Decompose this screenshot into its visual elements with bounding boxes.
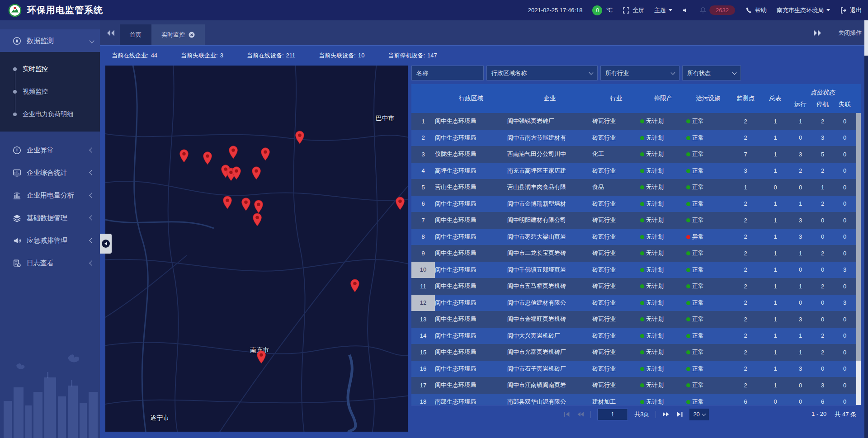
region-select[interactable]: 行政区域名称 [486,66,598,80]
prev-page-button[interactable] [577,411,584,417]
table-row[interactable]: 16阆中生态环境局阆中市石子页岩机砖厂砖瓦行业无计划正常21300 [411,361,861,377]
map-pin-icon[interactable] [231,166,241,180]
fullscreen-button[interactable]: 全屏 [623,6,644,14]
table-scrollbar[interactable] [856,113,861,405]
stat-label: 当前失联企业: [181,52,218,59]
cell-running: 0 [789,382,811,389]
table-row[interactable]: 10阆中生态环境局阆中千佛镇五郎垭页岩砖瓦行业无计划正常21003 [411,262,861,278]
table-row[interactable]: 7阆中生态环境局阆中明阳建材有限公司砖瓦行业无计划正常21300 [411,212,861,229]
table-row[interactable]: 2阆中生态环境局阆中市南方节能建材有砖瓦行业无计划正常21030 [411,130,861,146]
table-row[interactable]: 6阆中生态环境局阆中市金博瑞新型墙材砖瓦行业无计划正常21120 [411,196,861,212]
map-panel[interactable]: 巴中市南充市遂宁市 [105,66,408,432]
table-header: 行政区域 企业 行业 停限产 治污设施 监测点 总表 点位状态 运行 停机 失联 [411,84,861,113]
tab-realtime[interactable]: 实时监控 [151,24,205,45]
cell-facility-status: 正常 [686,332,730,340]
table-row[interactable]: 4高坪生态环境局南充市高坪区王家店建砖瓦行业无计划正常31220 [411,163,861,179]
sidebar-item[interactable]: 数据监测 [0,29,100,52]
map-pin-icon[interactable] [350,279,360,292]
map-pin-icon[interactable] [241,198,251,211]
bullet-dot-icon [13,113,17,116]
cell-region: 营山生态环境局 [435,183,507,191]
cell-production-status: 无计划 [640,134,686,142]
mute-button[interactable] [682,7,689,14]
notifications[interactable]: 2632 [699,5,735,15]
status-dot-green [686,334,690,338]
tabs-scroll-left-icon[interactable] [106,29,115,37]
table-row[interactable]: 8阆中生态环境局阆中市枣碧大梁山页岩砖瓦行业无计划异常21300 [411,229,861,245]
map-pin-icon[interactable] [228,146,238,159]
row-number: 17 [411,377,435,394]
table-row[interactable]: 17阆中生态环境局阆中市江南镇阆南页岩砖瓦行业无计划正常21030 [411,377,861,394]
table-row[interactable]: 1阆中生态环境局阆中强锐页岩砖厂砖瓦行业无计划正常21120 [411,113,861,130]
help-button[interactable]: 帮助 [745,6,767,14]
sidebar-item[interactable]: 基础数据管理 [0,207,100,229]
first-page-button[interactable] [563,411,571,417]
table-row[interactable]: 15阆中生态环境局阆中市光富页岩机砖厂砖瓦行业无计划正常21120 [411,344,861,361]
sidebar-item[interactable]: 应急减排管理 [0,229,100,252]
name-search-input[interactable] [416,70,479,76]
production-status-text: 无计划 [646,266,664,273]
table-row[interactable]: 3仪陇生态环境局西南油气田分公司川中化工无计划正常71350 [411,146,861,163]
table-row[interactable]: 18南部生态环境局南部县双华山泥有限公建材加工无计划正常60060 [411,394,861,405]
map-pin-icon[interactable] [260,147,270,161]
status-dot-green [686,383,690,387]
cell-industry: 砖瓦行业 [592,299,640,307]
layers-icon [13,214,21,222]
sidebar-item[interactable]: 企业用电量分析 [0,184,100,207]
production-status-text: 无计划 [646,283,664,289]
org-dropdown[interactable]: 南充市生态环境局 [777,6,830,14]
row-number: 18 [411,394,435,405]
table-row[interactable]: 11阆中生态环境局阆中市五马桥页岩机砖砖瓦行业无计划正常21120 [411,278,861,295]
table-row[interactable]: 9阆中生态环境局阆中市二龙长宝页岩砖砖瓦行业无计划正常21120 [411,245,861,262]
industry-select[interactable]: 所有行业 [600,66,679,80]
map-pin-icon[interactable] [252,213,262,226]
map-pin-icon[interactable] [395,197,405,210]
sidebar-item[interactable]: 企业异常 [0,139,100,161]
cell-industry: 砖瓦行业 [592,200,640,208]
close-operations-button[interactable]: 关闭操作 [838,29,862,37]
map-collapse-button[interactable] [100,234,112,254]
sidebar-item[interactable]: 日志查看 [0,252,100,274]
page-size-select[interactable]: 20 [689,409,708,420]
sidebar-subitem[interactable]: 实时监控 [0,58,100,80]
cell-monitor-points: 2 [730,217,761,224]
alert-icon [13,146,21,155]
production-status-text: 无计划 [646,233,664,240]
chevron-left-icon [89,215,94,220]
table-row[interactable]: 13阆中生态环境局阆中市金福旺页岩机砖砖瓦行业无计划正常21300 [411,311,861,328]
theme-dropdown[interactable]: 主题 [654,6,672,14]
name-search-field[interactable] [411,66,484,80]
map-pin-icon[interactable] [203,151,212,165]
status-dot-green [640,334,644,338]
cell-stopped: 1 [811,184,834,191]
map-pin-icon[interactable] [256,350,266,364]
map-pin-icon[interactable] [254,200,264,213]
cell-region: 阆中生态环境局 [435,365,507,373]
sidebar-item-label: 数据监测 [27,37,54,45]
table-row[interactable]: 14阆中生态环境局阆中大兴页岩机砖厂砖瓦行业无计划正常21120 [411,328,861,344]
sidebar-item[interactable]: 企业综合统计 [0,161,100,184]
map-pin-icon[interactable] [179,149,189,163]
table-scrollbar-thumb[interactable] [856,113,861,361]
page-scrollbar-thumb[interactable] [864,20,868,56]
page-scrollbar[interactable] [864,20,868,438]
row-number: 9 [411,245,435,262]
production-status-text: 无计划 [646,217,664,223]
gauge-icon [13,37,21,45]
table-row[interactable]: 5营山生态环境局营山县润丰肉食品有限食品无计划正常10010 [411,179,861,196]
sidebar-subitem[interactable]: 视频监控 [0,80,100,103]
tab-close-icon[interactable] [189,32,195,38]
tab-home[interactable]: 首页 [120,24,151,45]
status-select[interactable]: 所有状态 [682,66,741,80]
chevron-down-icon [589,70,594,75]
sidebar-subitem[interactable]: 企业电力负荷明细 [0,103,100,126]
logout-button[interactable]: 退出 [840,6,862,14]
map-pin-icon[interactable] [222,196,232,209]
map-pin-icon[interactable] [251,166,261,180]
next-page-button[interactable] [662,411,670,417]
last-page-button[interactable] [676,411,683,417]
table-row[interactable]: 12阆中生态环境局阆中市忠信建材有限公砖瓦行业无计划正常21003 [411,295,861,311]
page-number-input[interactable] [597,409,628,420]
map-pin-icon[interactable] [295,131,305,144]
tabs-scroll-right-icon[interactable] [813,29,822,37]
